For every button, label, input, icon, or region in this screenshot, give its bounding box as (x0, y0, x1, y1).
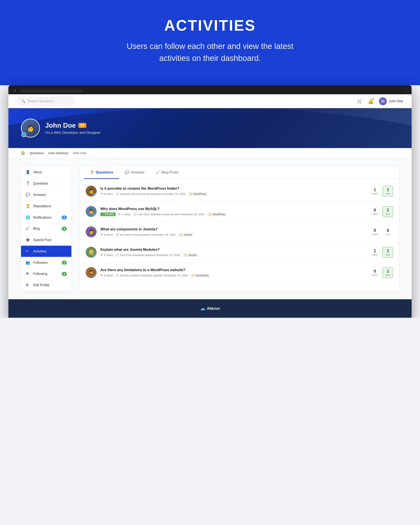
tab-answers-label: Answers (131, 170, 144, 175)
answers-count-1: 2 (386, 187, 390, 192)
tab-blog-posts[interactable]: 🖊 Blog Posts (150, 167, 184, 179)
activities-icon: ↩ (26, 249, 30, 253)
main-panel: ❓ Questions 💬 Answers 🖊 Blog Posts 🧑 (80, 167, 399, 291)
sidebar-item-answers[interactable]: 💬 Answers (21, 189, 71, 201)
answers-count-2: 2 (386, 208, 390, 213)
q-content-1: Is it possible to rename the WordPress f… (100, 187, 366, 196)
profile-banner: 🧑 ✓ John Doe 64 I'm a Web Developer and … (8, 108, 411, 148)
q-avatar-3: 👩 (86, 226, 97, 237)
breadcrumb-sep2: - (46, 151, 47, 155)
sidebar-item-notifications[interactable]: 🌐 Notifications 6 (21, 212, 71, 223)
votes-count-5: 0 (370, 269, 380, 274)
nav-user[interactable]: JD John Doe (379, 97, 403, 105)
sidebar-label-notifications: Notifications (33, 216, 51, 219)
navbar: 🔍 Search questions... 🛒 🔔 JD John Doe (8, 94, 411, 108)
search-input[interactable]: Search questions... (28, 99, 56, 103)
active-tab (20, 89, 83, 93)
answers-label-4: ans (386, 253, 390, 256)
q-avatar-4: 👴 ✓ (86, 247, 97, 258)
followers-icon: 👥 (26, 260, 30, 265)
breadcrumb-questions[interactable]: Questions (30, 151, 44, 155)
cart-icon[interactable]: 🛒 (357, 98, 363, 104)
notification-wrap[interactable]: 🔔 (368, 98, 373, 104)
breadcrumb-sep3: - (70, 151, 71, 155)
answers-count-4: 2 (386, 248, 390, 253)
nav-avatar: JD (379, 97, 387, 105)
following-icon: 👁 (26, 272, 30, 276)
sidebar-item-activities[interactable]: ↩ Activities (21, 246, 71, 257)
q-title-3[interactable]: What are components in Joomla? (100, 227, 366, 231)
q-title-4[interactable]: Explain what are Joomla Modules? (100, 248, 366, 252)
sidebar-item-submit-post[interactable]: ➕ Submit Post (21, 234, 71, 246)
answers-label-5: ans (386, 274, 390, 277)
q-category-3: 📁 Joomla (178, 233, 194, 237)
sidebar-item-blog[interactable]: 🖊 Blog 4 (21, 223, 71, 234)
browser-chrome: + ⋮ 🔍 Search questions... 🛒 🔔 JD John Do… (8, 85, 411, 318)
new-tab-button[interactable]: + (11, 87, 18, 94)
answers-count-3: 0 (383, 228, 393, 233)
sidebar-item-reputations[interactable]: 🏆 Reputations (21, 201, 71, 212)
q-stats-1: 1 votes 2 ans (370, 186, 393, 197)
sidebar-item-following[interactable]: 👁 Following 4 (21, 268, 71, 280)
browser-menu-button[interactable]: ⋮ (405, 89, 409, 93)
sidebar-label-about: About (33, 170, 42, 174)
q-meta-1: 👁 8 views 🕐 Vanessa Silva Answered quest… (100, 192, 366, 196)
votes-box-5: 0 votes (370, 269, 380, 277)
votes-label-2: votes (370, 213, 380, 216)
q-history-3: 🕐 Ian Harris Asked question November 18,… (115, 233, 176, 236)
q-avatar-badge-4: ✓ (93, 254, 97, 258)
sidebar-item-about[interactable]: 👤 About (21, 167, 71, 178)
q-category-5: 📁 WordPress (190, 274, 210, 277)
q-content-3: What are components in Joomla? 👁 6 views… (100, 227, 366, 237)
search-icon: 🔍 (21, 99, 25, 103)
q-meta-2: ✓ SOLVED 👁 5 views 🕐 John Doe Selected a… (100, 213, 366, 216)
votes-count-2: 0 (370, 208, 380, 213)
q-views-5: 👁 6 views (100, 274, 113, 277)
tab-answers[interactable]: 💬 Answers (119, 167, 150, 179)
reputations-icon: 🏆 (26, 204, 30, 208)
question-item-4: 👴 ✓ Explain what are Joomla Modules? 👁 9… (80, 242, 399, 262)
browser-tab-bar: + ⋮ (8, 85, 411, 94)
q-stats-4: 1 votes 2 ans (370, 247, 393, 258)
home-icon[interactable]: 🏠 (21, 151, 25, 155)
q-category-4: 📁 Joomla (183, 253, 198, 257)
submit-post-icon: ➕ (26, 238, 30, 242)
q-title-2[interactable]: Why does WordPress use MySQL? (100, 207, 366, 211)
sidebar-label-blog: Blog (33, 227, 40, 231)
sidebar-item-followers[interactable]: 👥 Followers 4 (21, 257, 71, 268)
q-avatar-1: 🧑 ✓ (86, 186, 97, 197)
answers-label-3: ans (383, 233, 393, 236)
nav-right: 🛒 🔔 JD John Doe (357, 97, 403, 105)
breadcrumb-user-directory[interactable]: User Directory (48, 151, 68, 155)
level-badge: 64 (78, 123, 86, 128)
nav-username: John Doe (389, 99, 403, 103)
votes-label-3: votes (370, 233, 380, 236)
followers-badge: 4 (62, 261, 67, 265)
sidebar-label-reputations: Reputations (33, 204, 51, 208)
sidebar-item-questions[interactable]: ❓ Questions (21, 178, 71, 189)
notifications-icon: 🌐 (26, 215, 30, 220)
profile-name: John Doe 64 (45, 122, 101, 129)
answers-box-1: 2 ans (383, 186, 393, 197)
q-content-2: Why does WordPress use MySQL? ✓ SOLVED 👁… (100, 207, 366, 216)
votes-label-5: votes (370, 274, 380, 277)
sidebar-item-edit-profile[interactable]: ⚙ Edit Profile (21, 280, 71, 291)
votes-count-1: 1 (370, 187, 380, 192)
q-avatar-img-3: 👩 (86, 226, 97, 237)
answers-icon: 💬 (26, 193, 30, 197)
hero-subtitle: Users can follow each other and view the… (115, 40, 305, 64)
tab-blog-posts-icon: 🖊 (156, 170, 160, 174)
tab-questions[interactable]: ❓ Questions (84, 167, 119, 179)
q-title-1[interactable]: Is it possible to rename the WordPress f… (100, 187, 366, 191)
votes-box-2: 0 votes (370, 208, 380, 216)
q-avatar-badge-1: ✓ (93, 193, 97, 197)
q-stats-2: 0 votes 2 ans (370, 206, 393, 217)
search-box[interactable]: 🔍 Search questions... (17, 97, 75, 105)
sidebar-label-edit-profile: Edit Profile (33, 283, 49, 287)
tab-answers-icon: 💬 (125, 170, 129, 175)
tab-questions-label: Questions (96, 170, 113, 175)
answers-box-5: 2 ans (383, 267, 393, 278)
blog-icon: 🖊 (26, 227, 30, 231)
tab-blog-posts-label: Blog Posts (161, 170, 178, 175)
q-title-5[interactable]: Are there any limitations to a WordPress… (100, 268, 366, 272)
